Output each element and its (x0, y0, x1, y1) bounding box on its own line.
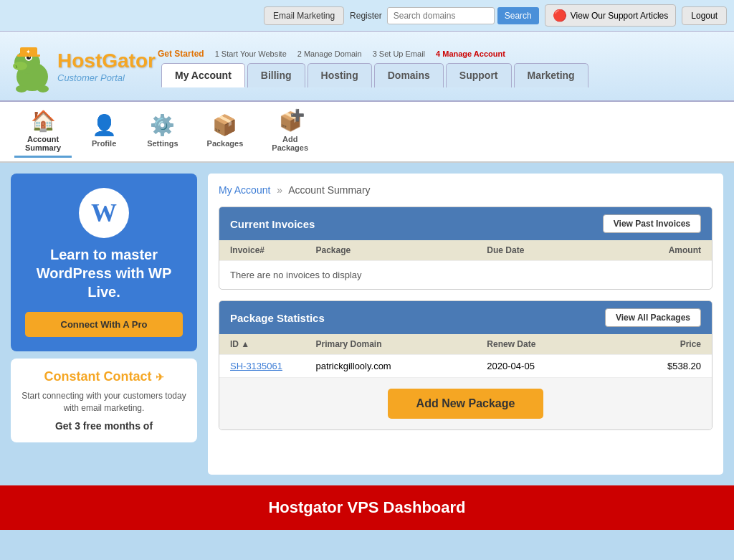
steps-nav-area: Get Started 1 Start Your Website 2 Manag… (151, 45, 727, 87)
content-layout: W Learn to master WordPress with WP Live… (0, 163, 734, 485)
add-packages-icon: 📦 ➕ (279, 110, 302, 133)
package-renew-date: 2020-04-05 (487, 361, 615, 371)
breadcrumb-separator: » (277, 184, 282, 196)
main-content-area: My Account » Account Summary Current Inv… (208, 174, 723, 475)
hostgator-name: HostGator (57, 49, 156, 72)
main-nav: My Account Billing Hosting Domains Suppo… (161, 63, 591, 87)
packages-icon: 📦 (212, 113, 237, 137)
invoices-title: Current Invoices (230, 218, 315, 230)
sub-nav: 🏠 AccountSummary 👤 Profile ⚙️ Settings 📦… (0, 102, 734, 163)
svg-point-2 (13, 62, 27, 70)
support-label: View Our Support Articles (571, 11, 669, 21)
home-icon: 🏠 (31, 109, 56, 133)
search-button[interactable]: Search (497, 7, 539, 24)
logo-area: ✦ HostGator Customer Portal (7, 32, 151, 100)
top-bar: Email Marketing Register Search 🔴 View O… (0, 0, 734, 32)
packages-title: Package Statistics (230, 312, 325, 324)
add-package-row: Add New Package (219, 377, 712, 430)
package-id-link[interactable]: SH-3135061 (230, 361, 315, 371)
svg-point-12 (37, 85, 49, 92)
tab-billing[interactable]: Billing (247, 63, 305, 87)
cc-body-text: Start connecting with your customers tod… (22, 390, 186, 414)
email-marketing-btn[interactable]: Email Marketing (264, 6, 344, 25)
domain-search-area: Register Search (350, 7, 539, 24)
logout-button[interactable]: Logout (682, 6, 727, 25)
col-amount: Amount (616, 245, 701, 255)
package-domain: patrickgillooly.com (315, 361, 487, 371)
get-started-label: Get Started (158, 49, 204, 59)
col-price: Price (616, 339, 701, 349)
wp-promo-banner: W Learn to master WordPress with WP Live… (11, 174, 197, 351)
table-row: SH-3135061 patrickgillooly.com 2020-04-0… (219, 354, 712, 377)
add-packages-label: AddPackages (272, 135, 308, 152)
wordpress-logo: W (79, 188, 129, 238)
tab-hosting[interactable]: Hosting (308, 63, 372, 87)
step-3[interactable]: 3 Set Up Email (373, 49, 425, 58)
get-started-steps: Get Started 1 Start Your Website 2 Manag… (158, 49, 505, 59)
col-primary-domain: Primary Domain (315, 339, 487, 349)
view-all-packages-button[interactable]: View All Packages (605, 308, 701, 327)
gator-mascot: ✦ (7, 37, 57, 95)
breadcrumb-link[interactable]: My Account (219, 184, 270, 196)
no-invoices-message: There are no invoices to display (219, 260, 712, 289)
register-label: Register (350, 11, 382, 21)
col-renew-date: Renew Date (487, 339, 615, 349)
svg-text:✦: ✦ (26, 49, 31, 55)
step-2[interactable]: 2 Manage Domain (297, 49, 362, 58)
lifebuoy-icon: 🔴 (553, 9, 567, 22)
packages-table-header: ID ▲ Primary Domain Renew Date Price (219, 334, 712, 354)
header: ✦ HostGator Customer Portal Get Started … (0, 32, 734, 102)
sidebar: W Learn to master WordPress with WP Live… (11, 174, 197, 475)
customer-portal-label: Customer Portal (57, 72, 156, 83)
cc-logo: Constant Contact ✈ (22, 369, 186, 384)
cc-logo-text: Constant Contact (44, 369, 151, 384)
profile-label: Profile (92, 139, 116, 148)
breadcrumb: My Account » Account Summary (219, 184, 712, 196)
step-4[interactable]: 4 Manage Account (436, 49, 505, 58)
tab-support[interactable]: Support (446, 63, 512, 87)
invoices-section-header: Current Invoices View Past Invoices (219, 207, 712, 240)
settings-label: Settings (147, 139, 178, 148)
col-invoice: Invoice# (230, 245, 315, 255)
packages-section: Package Statistics View All Packages ID … (219, 300, 712, 430)
view-past-invoices-button[interactable]: View Past Invoices (603, 214, 701, 233)
tab-my-account[interactable]: My Account (161, 63, 245, 87)
support-button[interactable]: 🔴 View Our Support Articles (545, 4, 677, 27)
wp-connect-button[interactable]: Connect With A Pro (25, 312, 183, 337)
add-new-package-button[interactable]: Add New Package (388, 389, 544, 419)
col-due-date: Due Date (487, 245, 615, 255)
step-1[interactable]: 1 Start Your Website (215, 49, 287, 58)
subnav-add-packages[interactable]: 📦 ➕ AddPackages (261, 106, 319, 158)
logo-text: HostGator Customer Portal (57, 49, 156, 83)
account-summary-label: AccountSummary (25, 135, 61, 152)
domain-search-input[interactable] (387, 7, 495, 24)
col-id: ID ▲ (230, 339, 315, 349)
tab-marketing[interactable]: Marketing (514, 63, 588, 87)
wp-promo-title: Learn to master WordPress with WP Live. (25, 245, 183, 301)
subnav-packages[interactable]: 📦 Packages (196, 110, 254, 153)
packages-section-header: Package Statistics View All Packages (219, 301, 712, 334)
wordpress-w: W (91, 198, 117, 228)
subnav-settings[interactable]: ⚙️ Settings (136, 110, 189, 153)
invoices-section: Current Invoices View Past Invoices Invo… (219, 207, 712, 290)
packages-label: Packages (207, 139, 244, 148)
cc-highlight-text: Get 3 free months of (22, 420, 186, 432)
col-package: Package (315, 245, 487, 255)
tab-domains[interactable]: Domains (374, 63, 444, 87)
breadcrumb-current: Account Summary (288, 184, 370, 196)
subnav-profile[interactable]: 👤 Profile (79, 110, 129, 153)
footer-bar: Hostgator VPS Dashboard (0, 485, 734, 530)
profile-icon: 👤 (92, 113, 117, 137)
cc-logo-icon: ✈ (156, 371, 164, 383)
subnav-account-summary[interactable]: 🏠 AccountSummary (14, 105, 72, 158)
package-price: $538.20 (616, 361, 701, 371)
footer-label: Hostgator VPS Dashboard (268, 498, 465, 516)
settings-icon: ⚙️ (150, 113, 175, 137)
invoices-table-header: Invoice# Package Due Date Amount (219, 240, 712, 260)
cc-promo-banner: Constant Contact ✈ Start connecting with… (11, 359, 197, 442)
svg-point-11 (16, 85, 27, 92)
